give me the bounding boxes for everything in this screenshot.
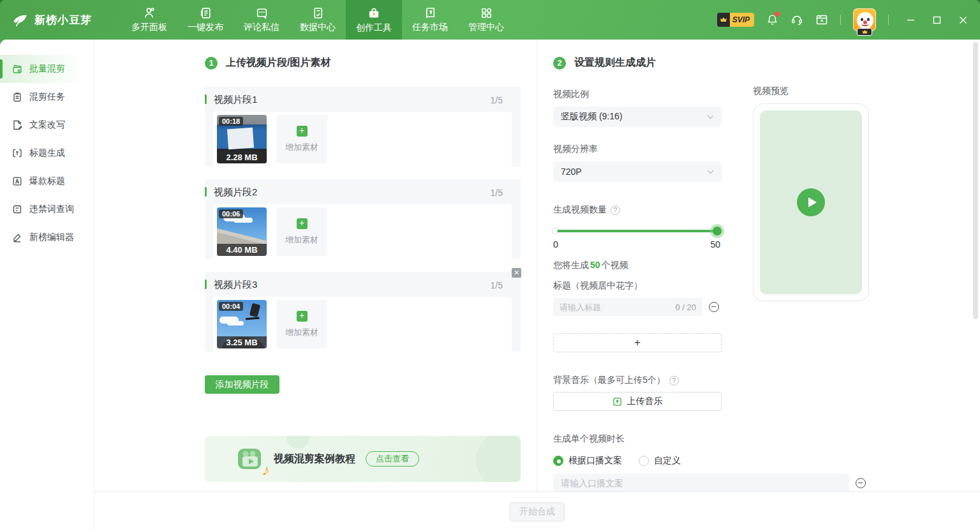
step2-number: 2 — [553, 57, 566, 70]
workbench-icon[interactable] — [815, 14, 828, 26]
clip-section-3: ✕ 视频片段3 1/5 00:04 3.25 MB — [205, 272, 521, 352]
clip-section-header: 视频片段1 1/5 — [205, 87, 521, 112]
header-right-cluster: SVIP — [717, 8, 970, 31]
sidebar-item-copy-rewrite[interactable]: 文案改写 — [0, 111, 94, 139]
task-market-icon — [424, 6, 437, 20]
nav-label: 数据中心 — [300, 22, 336, 33]
sidebar-item-banned-word[interactable]: 违禁词查询 — [0, 195, 94, 223]
nav-item-task-market[interactable]: 任务市场 — [402, 0, 458, 40]
nav-item-data-center[interactable]: 数据中心 — [290, 0, 346, 40]
slider-labels: 0 50 — [553, 239, 720, 250]
close-icon[interactable] — [958, 15, 967, 24]
help-icon[interactable]: ? — [669, 376, 679, 385]
add-video-section-button[interactable]: 添加视频片段 — [205, 375, 279, 394]
upload-music-label: 上传音乐 — [627, 396, 663, 407]
slider-handle[interactable] — [713, 227, 722, 236]
slider-track — [553, 230, 717, 232]
duration-badge: 00:04 — [219, 302, 243, 311]
notification-bell-icon[interactable] — [766, 13, 778, 26]
sidebar-item-hot-title[interactable]: 爆款标题 — [0, 167, 94, 195]
toolbox-icon — [367, 6, 381, 20]
sidebar: 批量混剪 混剪任务 文案改写 标题生成 — [0, 40, 94, 531]
chevron-down-icon — [707, 115, 714, 119]
preview-screen — [760, 110, 862, 294]
play-button[interactable] — [797, 188, 825, 216]
manage-center-icon — [480, 6, 493, 20]
app-title: 新榜小豆芽 — [34, 13, 92, 27]
nav-label: 评论私信 — [244, 22, 279, 33]
sidebar-item-title-generate[interactable]: 标题生成 — [0, 139, 94, 167]
slider-min-label: 0 — [553, 239, 558, 250]
resolution-label: 视频分辨率 — [553, 144, 722, 155]
step1-header: 1 上传视频片段/图片素材 — [205, 56, 521, 70]
slider-max-label: 50 — [710, 239, 720, 250]
radio-option-custom[interactable]: 自定义 — [639, 455, 681, 467]
video-thumbnail[interactable]: 00:18 2.28 MB — [217, 115, 267, 163]
clip-section-1: 视频片段1 1/5 00:18 2.28 MB + 增加素材 — [205, 87, 521, 167]
sidebar-item-mix-task[interactable]: 混剪任务 — [0, 83, 94, 111]
video-music-icon: ♪ — [233, 441, 269, 477]
sidebar-item-label: 文案改写 — [29, 119, 65, 131]
nav-item-manage-center[interactable]: 管理中心 — [458, 0, 514, 40]
ratio-select[interactable]: 竖版视频 (9:16) — [553, 107, 722, 127]
radio-option-script[interactable]: 根据口播文案 — [553, 455, 622, 467]
step2-title: 设置规则生成成片 — [574, 56, 656, 70]
video-preview-panel: 视频预览 — [753, 86, 869, 301]
headset-support-icon[interactable] — [791, 13, 803, 26]
video-thumbnail[interactable]: 00:04 3.25 MB — [217, 300, 267, 348]
sidebar-item-label: 爆款标题 — [29, 176, 65, 187]
remove-title-icon[interactable] — [709, 302, 719, 312]
video-thumbnail[interactable]: 00:06 4.40 MB — [217, 207, 267, 256]
video-count-slider[interactable] — [553, 227, 717, 236]
preview-label: 视频预览 — [753, 86, 869, 97]
tutorial-banner: ♪ 视频混剪案例教程 点击查看 — [205, 436, 521, 482]
nav-item-multi-panel[interactable]: 多开面板 — [121, 0, 177, 40]
duration-badge: 00:06 — [219, 209, 243, 218]
title-input[interactable] — [560, 303, 671, 312]
minimize-icon[interactable] — [906, 15, 915, 24]
svip-badge[interactable]: SVIP — [717, 13, 754, 27]
remove-section-icon[interactable]: ✕ — [512, 268, 521, 278]
nav-label: 任务市场 — [412, 22, 448, 33]
data-center-icon — [311, 6, 325, 20]
script-input[interactable] — [561, 478, 842, 488]
maximize-icon[interactable] — [932, 15, 941, 24]
clip-section-2: 视频片段2 1/5 00:06 4.40 MB + 增加素材 — [205, 179, 521, 259]
add-title-button[interactable]: + — [553, 333, 722, 352]
clip-section-title: 视频片段3 — [214, 279, 257, 291]
avatar[interactable] — [853, 8, 876, 31]
clip-section-body: 00:18 2.28 MB + 增加素材 — [213, 112, 512, 167]
sidebar-item-label: 批量混剪 — [29, 63, 65, 75]
resolution-select[interactable]: 720P — [553, 161, 722, 182]
chevron-down-icon — [707, 170, 714, 174]
help-icon[interactable]: ? — [611, 206, 620, 215]
duration-badge: 00:18 — [219, 117, 243, 126]
nav-item-comment-message[interactable]: 评论私信 — [234, 0, 290, 40]
add-material-label: 增加素材 — [285, 234, 318, 246]
nav-label: 一键发布 — [188, 22, 223, 33]
nav-item-creation-tools[interactable]: 创作工具 — [346, 0, 402, 40]
svip-label: SVIP — [730, 13, 754, 27]
add-material-button[interactable]: + 增加素材 — [276, 207, 327, 256]
filesize-badge: 2.28 MB — [217, 151, 267, 163]
nav-label: 创作工具 — [356, 22, 392, 34]
start-compose-button[interactable]: 开始合成 — [510, 502, 565, 521]
filesize-badge: 3.25 MB — [217, 336, 267, 348]
remove-script-icon[interactable] — [856, 478, 866, 488]
add-material-button[interactable]: + 增加素材 — [276, 300, 327, 348]
sidebar-item-editor[interactable]: 新榜编辑器 — [0, 223, 94, 251]
banner-view-button[interactable]: 点击查看 — [366, 451, 419, 467]
result-suffix: 个视频 — [602, 260, 628, 270]
clip-section-title: 视频片段2 — [214, 186, 257, 198]
column-divider — [537, 40, 537, 491]
step1-number: 1 — [205, 57, 218, 70]
nav-item-publish[interactable]: 一键发布 — [177, 0, 234, 40]
sidebar-item-batch-mix[interactable]: 批量混剪 — [0, 55, 94, 83]
divider — [840, 15, 841, 25]
plus-icon: + — [297, 311, 308, 322]
result-prefix: 您将生成 — [553, 260, 589, 270]
upload-music-button[interactable]: 上传音乐 — [553, 392, 722, 411]
title-field-row: 0 / 20 — [553, 298, 722, 316]
window-controls — [906, 15, 967, 24]
add-material-button[interactable]: + 增加素材 — [276, 115, 327, 163]
